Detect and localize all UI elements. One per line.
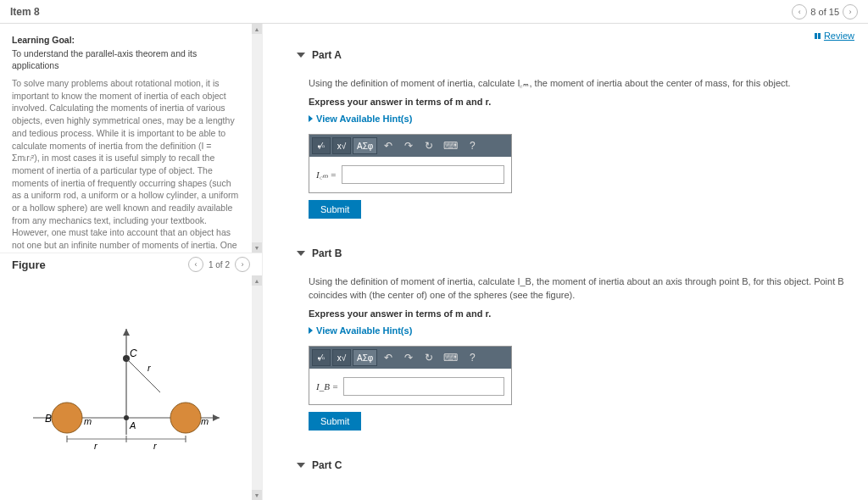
- hints-label: View Available Hint(s): [316, 114, 412, 124]
- scroll-up-icon[interactable]: ▲: [252, 24, 262, 34]
- svg-text:m: m: [84, 416, 92, 426]
- figure-scrollbar[interactable]: ▲ ▼: [252, 275, 262, 500]
- svg-point-7: [124, 415, 129, 420]
- learning-goal-body: To solve many problems about rotational …: [12, 77, 240, 253]
- part-b-input-row: I_B =: [309, 369, 511, 404]
- part-c-header[interactable]: Part C: [297, 454, 851, 477]
- left-panel: Learning Goal: To understand the paralle…: [0, 24, 263, 500]
- part-b-title: Part B: [312, 247, 342, 259]
- part-a-header[interactable]: Part A: [297, 44, 851, 67]
- item-pager: ‹ 8 of 15 ›: [792, 4, 858, 19]
- part-a: Part A Using the definition of moment of…: [297, 44, 851, 227]
- svg-marker-3: [123, 329, 130, 336]
- svg-text:A: A: [129, 420, 136, 431]
- part-a-submit-button[interactable]: Submit: [309, 200, 361, 219]
- item-title: Item 8: [10, 6, 40, 18]
- collapse-icon: [297, 251, 305, 256]
- part-a-hints-link[interactable]: View Available Hint(s): [309, 114, 851, 124]
- part-b: Part B Using the definition of moment of…: [297, 242, 851, 439]
- undo-icon[interactable]: ↶: [379, 349, 398, 366]
- figure-header: Figure ‹ 1 of 2 ›: [0, 253, 262, 275]
- redo-icon[interactable]: ↷: [399, 349, 418, 366]
- svg-text:r: r: [147, 363, 152, 373]
- figure-prev-button[interactable]: ‹: [188, 257, 203, 272]
- part-a-answer-box: ▪⁄▫ x√ ΑΣφ ↶ ↷ ↻ ⌨ ? I꜀ₘ =: [309, 134, 512, 193]
- svg-point-5: [170, 403, 201, 433]
- part-b-header[interactable]: Part B: [297, 242, 851, 265]
- tmpl-button[interactable]: ▪⁄▫: [312, 137, 331, 154]
- figure-svg: B C A r m m r: [16, 316, 236, 460]
- part-b-express: Express your answer in terms of m and r.: [309, 308, 851, 319]
- part-b-hints-link[interactable]: View Available Hint(s): [309, 325, 851, 336]
- keyboard-icon[interactable]: ⌨: [440, 349, 461, 366]
- help-icon[interactable]: ?: [463, 137, 481, 154]
- svg-text:B: B: [45, 413, 52, 425]
- frac-button[interactable]: x√: [332, 349, 351, 366]
- figure-pager: ‹ 1 of 2 ›: [188, 257, 250, 272]
- pager-text: 8 of 15: [810, 7, 839, 17]
- prev-item-button[interactable]: ‹: [792, 4, 807, 19]
- page-root: Item 8 ‹ 8 of 15 › Learning Goal: To und…: [0, 0, 868, 500]
- learning-goal-title: Learning Goal:: [12, 34, 240, 47]
- figure-section: Figure ‹ 1 of 2 ›: [0, 253, 262, 500]
- answer-toolbar: ▪⁄▫ x√ ΑΣφ ↶ ↷ ↻ ⌨ ?: [309, 347, 511, 369]
- part-c: Part C: [297, 454, 851, 477]
- learning-goal-wrap: Learning Goal: To understand the paralle…: [0, 24, 262, 253]
- tmpl-button[interactable]: ▪⁄▫: [312, 349, 331, 366]
- figure-canvas: B C A r m m r: [0, 275, 252, 500]
- symbols-button[interactable]: ΑΣφ: [353, 137, 377, 154]
- scroll-down-icon[interactable]: ▼: [252, 242, 262, 253]
- undo-icon[interactable]: ↶: [379, 137, 398, 154]
- answer-toolbar: ▪⁄▫ x√ ΑΣφ ↶ ↷ ↻ ⌨ ?: [309, 135, 511, 157]
- part-a-answer-input[interactable]: [342, 165, 504, 184]
- fig-scroll-down-icon[interactable]: ▼: [252, 490, 262, 500]
- svg-point-4: [52, 403, 82, 433]
- review-bar: Review: [263, 24, 868, 44]
- figure-title: Figure: [12, 258, 46, 271]
- part-b-answer-box: ▪⁄▫ x√ ΑΣφ ↶ ↷ ↻ ⌨ ? I_B =: [309, 346, 512, 405]
- review-icon: [815, 33, 821, 39]
- learning-goal-intro: To understand the parallel-axis theorem …: [12, 47, 240, 72]
- expand-icon: [309, 115, 313, 122]
- symbols-button[interactable]: ΑΣφ: [353, 349, 377, 366]
- part-b-submit-button[interactable]: Submit: [309, 412, 361, 431]
- figure-pager-text: 1 of 2: [209, 260, 230, 269]
- part-b-answer-input[interactable]: [343, 377, 504, 396]
- part-a-express: Express your answer in terms of m and r.: [309, 97, 851, 107]
- part-a-input-row: I꜀ₘ =: [309, 157, 511, 192]
- svg-text:r: r: [94, 441, 98, 451]
- learning-goal-box: Learning Goal: To understand the paralle…: [0, 24, 252, 253]
- review-link[interactable]: Review: [815, 31, 854, 41]
- fig-scroll-up-icon[interactable]: ▲: [252, 275, 262, 286]
- svg-marker-1: [213, 414, 220, 421]
- svg-text:m: m: [201, 416, 209, 426]
- frac-button[interactable]: x√: [332, 137, 351, 154]
- expand-icon: [309, 327, 313, 334]
- part-b-var-label: I_B =: [316, 381, 338, 392]
- part-a-var-label: I꜀ₘ =: [316, 169, 337, 181]
- collapse-icon: [297, 463, 305, 468]
- svg-text:C: C: [130, 347, 137, 359]
- svg-line-8: [126, 358, 160, 392]
- part-a-title: Part A: [312, 49, 342, 61]
- item-header: Item 8 ‹ 8 of 15 ›: [0, 0, 868, 24]
- part-c-title: Part C: [312, 459, 342, 471]
- svg-text:r: r: [153, 441, 158, 451]
- keyboard-icon[interactable]: ⌨: [440, 137, 461, 154]
- review-label: Review: [824, 31, 854, 41]
- body: Learning Goal: To understand the paralle…: [0, 24, 868, 500]
- figure-next-button[interactable]: ›: [235, 257, 250, 272]
- next-item-button[interactable]: ›: [843, 4, 858, 19]
- content-area: Part A Using the definition of moment of…: [263, 44, 868, 500]
- help-icon[interactable]: ?: [463, 349, 481, 366]
- reset-icon[interactable]: ↻: [420, 137, 438, 154]
- part-b-question: Using the definition of moment of inerti…: [309, 275, 851, 302]
- right-panel: Review Part A Using the definition of mo…: [263, 24, 868, 500]
- hints-label: View Available Hint(s): [316, 325, 412, 336]
- part-a-question: Using the definition of moment of inerti…: [309, 77, 851, 90]
- collapse-icon: [297, 53, 305, 58]
- reset-icon[interactable]: ↻: [420, 349, 438, 366]
- learning-scrollbar[interactable]: ▲ ▼: [252, 24, 262, 253]
- redo-icon[interactable]: ↷: [399, 137, 418, 154]
